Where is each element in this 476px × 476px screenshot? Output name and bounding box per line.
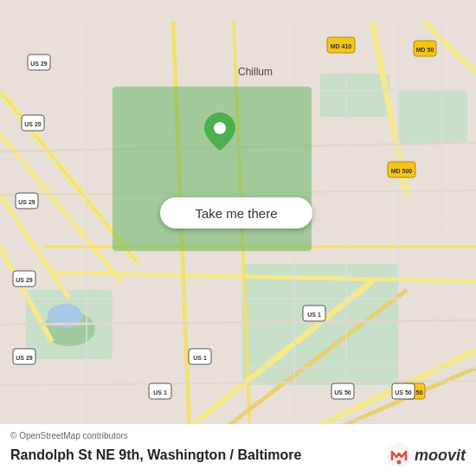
svg-text:US 1: US 1 <box>307 312 321 318</box>
svg-text:US 29: US 29 <box>16 355 33 361</box>
svg-text:US 1: US 1 <box>193 355 207 361</box>
location-row: Randolph St NE 9th, Washington / Baltimo… <box>10 443 466 467</box>
copyright-text: © OpenStreetMap contributors <box>10 431 466 441</box>
svg-point-67 <box>214 122 226 134</box>
svg-rect-4 <box>398 91 467 143</box>
svg-point-69 <box>396 460 401 465</box>
location-name: Randolph St NE 9th, Washington / Baltimo… <box>10 447 301 463</box>
moovit-logo-text: moovit <box>415 447 466 465</box>
svg-text:US 29: US 29 <box>18 199 35 205</box>
bottom-bar: © OpenStreetMap contributors Randolph St… <box>0 424 476 476</box>
take-me-there-button[interactable]: Take me there <box>160 197 312 228</box>
svg-text:US 50: US 50 <box>334 389 351 396</box>
map-pin <box>204 113 235 151</box>
moovit-logo: moovit <box>387 443 466 467</box>
svg-text:US 50: US 50 <box>395 389 412 396</box>
svg-text:MD 50: MD 50 <box>416 47 434 53</box>
svg-text:US 29: US 29 <box>24 121 42 127</box>
moovit-logo-icon <box>387 443 411 467</box>
svg-text:Chillum: Chillum <box>238 66 273 78</box>
svg-text:US 1: US 1 <box>153 389 167 396</box>
map-container: US 29 US 29 US 29 US 29 US 29 MD 410 MD … <box>0 0 476 476</box>
svg-text:MD 410: MD 410 <box>331 43 352 49</box>
svg-rect-3 <box>320 74 389 117</box>
svg-text:US 29: US 29 <box>16 277 33 283</box>
svg-text:US 29: US 29 <box>30 61 48 67</box>
svg-text:MD 500: MD 500 <box>391 168 413 174</box>
